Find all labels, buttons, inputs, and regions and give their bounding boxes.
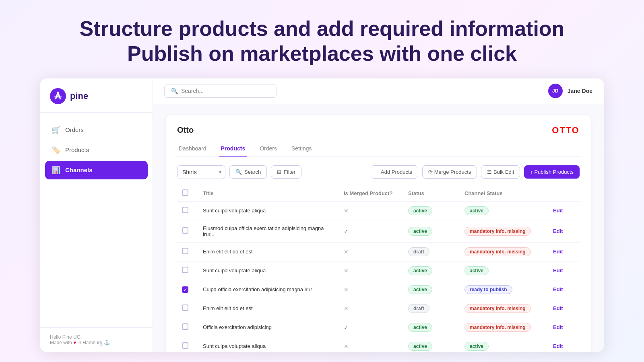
edit-link[interactable]: Edit [553,228,563,234]
row-title: Officia exercitation adipisicing [198,318,339,337]
row-edit-cell: Edit [548,220,580,242]
search-input[interactable] [181,88,270,94]
sidebar-item-channels-label: Channels [65,167,93,173]
sidebar-item-products-label: Products [65,146,89,153]
category-select[interactable]: Shirts Pants Jackets Shoes [177,165,225,179]
tab-settings[interactable]: Settings [290,142,314,157]
row-check-cell [177,242,198,261]
row-check-cell [177,299,198,318]
row-channel-status: active [460,261,548,280]
row-check-cell [177,280,198,299]
row-edit-cell: Edit [548,201,580,220]
row-status: active [403,201,460,220]
row-merged: ✕ [339,337,403,352]
channel-status-badge: mandatory info. missing [464,323,531,332]
row-checkbox[interactable] [182,286,188,293]
hero-section: Structure products and add required info… [0,0,644,78]
row-edit-cell: Edit [548,299,580,318]
row-merged: ✕ [339,280,403,299]
edit-link[interactable]: Edit [553,324,563,330]
header-title: Title [198,185,339,202]
merge-products-button[interactable]: ⟳ Merge Products [422,165,477,179]
row-checkbox[interactable] [182,248,188,254]
merged-x-icon: ✕ [344,286,349,293]
channel-card: Otto OTTO Dashboard Products Orders Sett… [166,115,591,352]
search-box[interactable]: 🔍 [164,84,277,98]
edit-link[interactable]: Edit [553,305,563,311]
filter-icon: ⊟ [277,169,281,175]
edit-link[interactable]: Edit [553,267,563,274]
category-select-wrapper[interactable]: Shirts Pants Jackets Shoes [177,165,225,179]
edit-link[interactable]: Edit [553,286,563,292]
sidebar-item-channels[interactable]: 📊 Channels [45,161,148,179]
orders-icon: 🛒 [52,125,60,134]
sidebar-item-orders[interactable]: 🛒 Orders [45,121,148,139]
row-title: Sunt culpa voluptate aliqua [198,337,339,352]
merged-x-icon: ✕ [344,343,349,350]
row-channel-status: active [460,337,548,352]
row-status: active [403,318,460,337]
table-header: Title Is Merged Product? Status Channel … [177,185,580,202]
edit-link[interactable]: Edit [553,208,563,214]
row-title: Sunt culpa voluptate aliqua [198,201,339,220]
sidebar: pine 🛒 Orders 🏷️ Products 📊 Channels Hel… [40,78,153,352]
main-content: 🔍 JD Jane Doe Otto OTTO Dashboard Produc… [153,78,604,352]
pine-logo-icon [50,88,66,104]
row-checkbox[interactable] [182,342,188,349]
row-edit-cell: Edit [548,242,580,261]
products-table: Title Is Merged Product? Status Channel … [177,185,580,352]
filter-button[interactable]: ⊟ Filter [271,165,301,179]
row-check-cell [177,318,198,337]
row-edit-cell: Edit [548,337,580,352]
sidebar-item-products[interactable]: 🏷️ Products [45,141,148,159]
merged-check-icon: ✓ [344,228,349,234]
select-all-checkbox[interactable] [182,189,188,196]
svg-point-1 [57,95,59,97]
row-status: active [403,261,460,280]
row-checkbox[interactable] [182,227,188,234]
bulk-edit-button[interactable]: ☰ Bulk Edit [481,165,520,179]
page-body: Otto OTTO Dashboard Products Orders Sett… [153,104,604,352]
channel-header: Otto OTTO [177,125,580,136]
row-edit-cell: Edit [548,318,580,337]
edit-link[interactable]: Edit [553,343,563,349]
row-checkbox[interactable] [182,207,188,213]
channel-status-badge: active [464,266,489,275]
row-check-cell [177,220,198,242]
merged-x-icon: ✕ [344,208,349,214]
tab-dashboard[interactable]: Dashboard [177,142,208,157]
row-edit-cell: Edit [548,280,580,299]
sidebar-footer: Hello Pine UG Made with ♥ in Hamburg ⚓ [40,327,153,352]
channel-title: Otto [177,125,194,135]
status-badge: active [408,323,432,332]
publish-products-button[interactable]: ↑ Publish Products [524,165,580,179]
status-badge: active [408,266,432,275]
status-badge: active [408,206,432,215]
tab-products[interactable]: Products [219,142,247,157]
user-name: Jane Doe [568,88,592,94]
status-badge: active [408,285,432,294]
row-title: Enim elit elit do et est [198,242,339,261]
channels-icon: 📊 [52,166,60,175]
merged-x-icon: ✕ [344,267,349,274]
edit-link[interactable]: Edit [553,249,563,255]
channel-status-badge: mandatory info. missing [464,304,531,313]
products-icon: 🏷️ [52,146,60,154]
tab-orders[interactable]: Orders [258,142,279,157]
topbar-right: JD Jane Doe [548,84,592,98]
search-button[interactable]: 🔍 Search [229,165,267,179]
row-channel-status: active [460,201,548,220]
channel-status-badge: active [464,206,489,215]
row-merged: ✕ [339,201,403,220]
merged-x-icon: ✕ [344,249,349,255]
row-channel-status: mandatory info. missing [460,299,548,318]
add-products-button[interactable]: + Add Products [371,165,419,179]
app-window: pine 🛒 Orders 🏷️ Products 📊 Channels Hel… [40,78,604,352]
table-row: Sunt culpa voluptate aliqua ✕ active act… [177,337,580,352]
row-checkbox[interactable] [182,267,188,273]
header-edit [548,185,580,202]
footer-line1: Hello Pine UG [50,334,143,340]
row-checkbox[interactable] [182,323,188,330]
table-row: Enim elit elit do et est ✕ draft mandato… [177,299,580,318]
row-checkbox[interactable] [182,304,188,311]
